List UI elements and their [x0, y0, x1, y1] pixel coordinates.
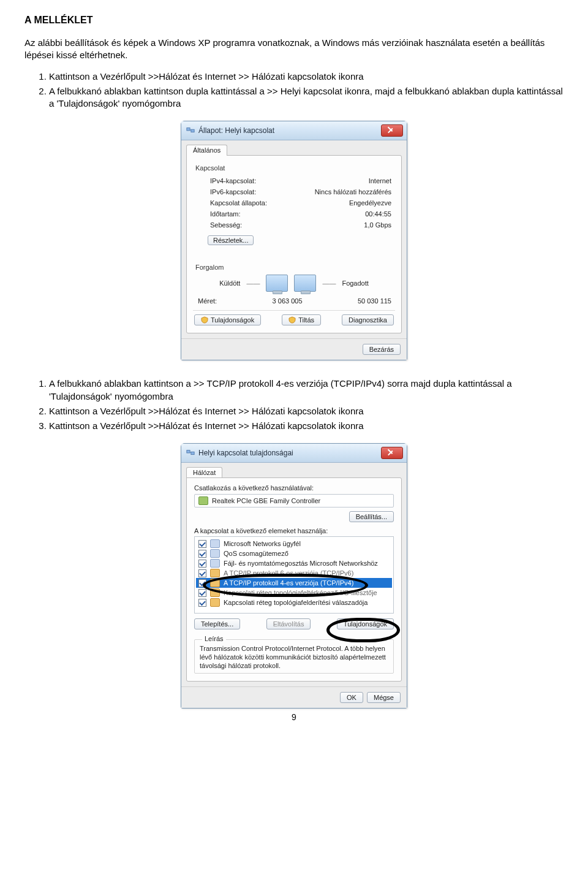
- properties-dialog: Helyi kapcsolat tulajdonságai Hálózat Cs…: [181, 443, 407, 708]
- list-item: Kattintson a Vezérlőpult >>Hálózat és In…: [49, 70, 564, 83]
- checkbox-icon[interactable]: [198, 560, 206, 568]
- group-connection: Kapcsolat: [195, 164, 394, 172]
- value: 1,0 Gbps: [364, 221, 391, 229]
- tab-network[interactable]: Hálózat: [186, 467, 222, 478]
- list-item: Kattintson a Vezérlőpult >>Hálózat és In…: [49, 420, 564, 432]
- label: Kapcsolat állapota:: [210, 199, 267, 207]
- component-icon: [210, 549, 220, 558]
- properties-button[interactable]: Tulajdonságok: [194, 314, 261, 325]
- uses-label: A kapcsolat a következő elemeket használ…: [194, 527, 394, 534]
- properties-button[interactable]: Tulajdonságok: [337, 618, 394, 629]
- component-icon: [210, 588, 220, 597]
- value: 00:44:55: [365, 210, 391, 218]
- list-item: A felbukkanó ablakban kattintson dupla k…: [49, 85, 564, 110]
- value: Engedélyezve: [349, 199, 391, 207]
- svg-rect-4: [191, 452, 194, 455]
- close-button[interactable]: [381, 447, 403, 459]
- value: Nincs hálózati hozzáférés: [315, 188, 391, 196]
- close-dialog-button[interactable]: Bezárás: [363, 344, 401, 355]
- tab-general[interactable]: Általános: [186, 145, 227, 156]
- checkbox-icon[interactable]: [198, 579, 206, 587]
- pc-icon: [266, 275, 288, 292]
- component-icon: [210, 559, 220, 568]
- cancel-button[interactable]: Mégse: [367, 692, 401, 703]
- label: IPv4-kapcsolat:: [210, 177, 256, 184]
- nic-icon: [198, 496, 208, 505]
- checkbox-icon[interactable]: [198, 550, 206, 558]
- list-item: A felbukkanó ablakban kattintson a >> TC…: [49, 378, 564, 403]
- status-dialog: Állapot: Helyi kapcsolat Általános Kapcs…: [181, 121, 407, 360]
- diagnose-button[interactable]: Diagnosztika: [342, 314, 394, 325]
- recv-label: Fogadott: [342, 279, 368, 287]
- component-icon: [210, 598, 220, 607]
- component-icon: [210, 579, 220, 587]
- label: Sebesség:: [210, 221, 242, 229]
- steps-list-2: A felbukkanó ablakban kattintson a >> TC…: [24, 378, 564, 432]
- list-item[interactable]: Kapcsolati réteg topológiafelderítési vá…: [196, 598, 392, 607]
- svg-rect-3: [187, 450, 190, 453]
- titlebar: Állapot: Helyi kapcsolat: [181, 121, 407, 140]
- svg-rect-1: [191, 130, 194, 132]
- dialog-title: Állapot: Helyi kapcsolat: [198, 126, 274, 135]
- steps-list-1: Kattintson a Vezérlőpult >>Hálózat és In…: [24, 70, 564, 110]
- install-button[interactable]: Telepítés...: [194, 618, 240, 629]
- uninstall-button: Eltávolítás: [266, 618, 311, 629]
- components-listbox[interactable]: Microsoft Networks ügyfél QoS csomagütem…: [194, 536, 394, 614]
- list-item-selected[interactable]: A TCP/IP protokoll 4-es verziója (TCP/IP…: [196, 578, 392, 588]
- sent-label: Küldött: [219, 279, 240, 287]
- list-item[interactable]: A TCP/IP protokoll 6-os verziója (TCP/IP…: [196, 568, 392, 578]
- checkbox-icon[interactable]: [198, 569, 206, 577]
- page-number: 9: [24, 712, 564, 722]
- network-icon: [186, 449, 195, 457]
- close-button[interactable]: [381, 124, 403, 137]
- pc-icon: [294, 275, 316, 292]
- sent-value: 3 063 005: [217, 297, 358, 305]
- connect-using-label: Csatlakozás a következő használatával:: [194, 484, 394, 492]
- list-item[interactable]: QoS csomagütemező: [196, 549, 392, 558]
- recv-value: 50 030 115: [358, 297, 391, 305]
- configure-button[interactable]: Beállítás...: [349, 511, 394, 522]
- description-label: Leírás: [202, 635, 226, 642]
- svg-rect-0: [187, 128, 190, 131]
- list-item[interactable]: Kapcsolati réteg topológiafeltérképező-I…: [196, 588, 392, 598]
- component-icon: [210, 539, 220, 548]
- value: Internet: [369, 177, 391, 184]
- size-label: Méret:: [198, 297, 217, 305]
- description-text: Transmission Control Protocol/Internet P…: [200, 645, 388, 670]
- dialog-title: Helyi kapcsolat tulajdonságai: [198, 449, 293, 457]
- label: Időtartam:: [210, 210, 241, 218]
- shield-icon: [201, 316, 208, 324]
- page-heading: A MELLÉKLET: [24, 15, 564, 26]
- details-button[interactable]: Részletek...: [208, 235, 254, 245]
- network-icon: [186, 126, 195, 135]
- checkbox-icon[interactable]: [198, 599, 206, 607]
- group-traffic: Forgalom: [195, 264, 394, 271]
- titlebar: Helyi kapcsolat tulajdonságai: [181, 444, 407, 463]
- ok-button[interactable]: OK: [340, 692, 363, 703]
- list-item[interactable]: Microsoft Networks ügyfél: [196, 539, 392, 549]
- shield-icon: [288, 316, 296, 324]
- component-icon: [210, 569, 220, 577]
- list-item: Kattintson a Vezérlőpult >>Hálózat és In…: [49, 405, 564, 417]
- disable-button[interactable]: Tiltás: [282, 314, 321, 325]
- intro-text: Az alábbi beállítások és képek a Windows…: [24, 37, 564, 62]
- checkbox-icon[interactable]: [198, 589, 206, 597]
- checkbox-icon[interactable]: [198, 540, 206, 548]
- nic-name: Realtek PCIe GBE Family Controller: [212, 497, 320, 504]
- list-item[interactable]: Fájl- és nyomtatómegosztás Microsoft Net…: [196, 558, 392, 568]
- label: IPv6-kapcsolat:: [210, 188, 256, 196]
